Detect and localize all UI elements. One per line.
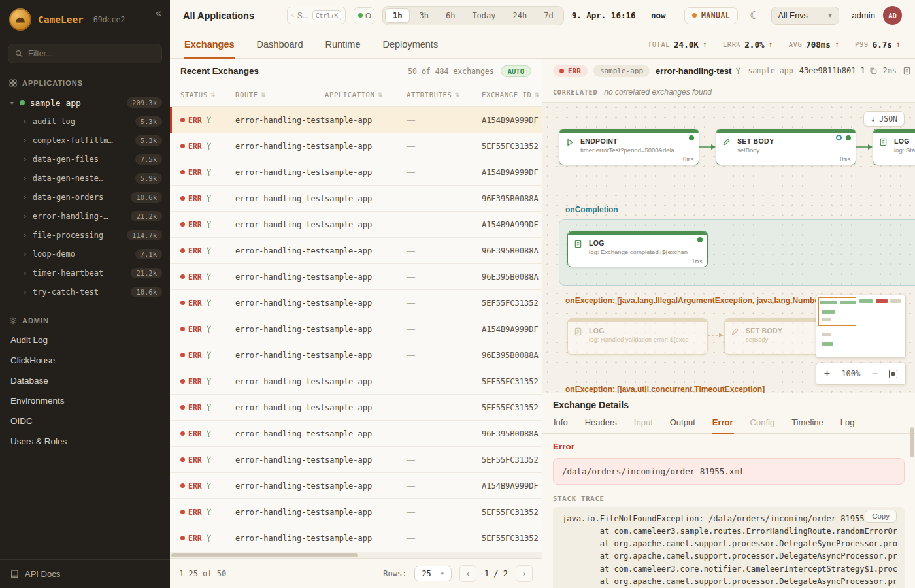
detail-tab[interactable]: Timeline (791, 415, 824, 434)
rows-per-page-select[interactable]: 25 ▾ (414, 566, 451, 581)
search-input[interactable]: S... Ctrl+K (287, 7, 346, 24)
table-row[interactable]: ERR error-handling-test sample-app — 5EF… (170, 395, 542, 421)
zoom-in-button[interactable]: + (824, 368, 830, 380)
live-toggle[interactable]: O (354, 7, 374, 24)
table-row[interactable]: ERR error-handling-test sample-app — 5EF… (170, 290, 542, 316)
table-row[interactable]: ERR error-handling-test sample-app — 96E… (170, 186, 542, 212)
time-range-button[interactable]: 3h (411, 8, 436, 23)
copy-button[interactable]: Copy (865, 510, 897, 523)
sidebar-route-item[interactable]: › data-gen-orders 10.6k (0, 188, 170, 206)
time-range-button[interactable]: Today (464, 8, 503, 23)
stat: ERR% 2.0% ↑ (723, 40, 773, 50)
chevron-down-icon[interactable]: ▾ (10, 99, 14, 107)
sidebar-route-item[interactable]: › loop-demo 7.1k (0, 244, 170, 263)
sidebar-route-item[interactable]: › complex-fulfillm… 5.3k (0, 131, 170, 150)
next-page-button[interactable]: › (516, 565, 533, 582)
main-tab[interactable]: Runtime (325, 31, 361, 59)
sidebar-route-item[interactable]: › data-gen-neste… 5.9k (0, 169, 170, 188)
table-row[interactable]: ERR error-handling-test sample-app — 96E… (170, 264, 542, 290)
time-range-button[interactable]: 7d (536, 8, 561, 23)
route-name-link[interactable]: error-handling-test (656, 66, 742, 76)
sidebar-route-item[interactable]: › data-gen-files 7.5k (0, 150, 170, 169)
search-icon (15, 50, 23, 57)
sidebar-admin-item[interactable]: Database (0, 370, 170, 391)
table-row[interactable]: ERR error-handling-test sample-app — A15… (170, 316, 542, 342)
table-row[interactable]: ERR error-handling-test sample-app — 5EF… (170, 447, 542, 473)
route-label: loop-demo (33, 250, 75, 259)
column-header[interactable]: EXCHANGE ID ⇅ (482, 91, 542, 99)
api-docs-link[interactable]: API Docs (0, 559, 170, 588)
auto-refresh-badge[interactable]: AUTO (501, 65, 531, 77)
sidebar-admin-item[interactable]: OIDC (0, 411, 170, 431)
table-row[interactable]: ERR error-handling-test sample-app — 5EF… (170, 368, 542, 395)
sidebar-filter-input[interactable]: Filter... (8, 44, 162, 63)
sidebar-route-item[interactable]: › file-processing 114.7k (0, 225, 170, 244)
main-tab[interactable]: Deployments (383, 31, 439, 59)
sidebar-item-sample-app[interactable]: ▾ sample app 209.3k (0, 93, 170, 112)
detail-tab[interactable]: Info (553, 415, 569, 434)
onexception-label-2[interactable]: onException: [java.util.concurrent.Timeo… (565, 385, 765, 393)
table-row[interactable]: ERR error-handling-test sample-app — A15… (170, 473, 542, 499)
sidebar-admin-item[interactable]: Users & Roles (0, 431, 170, 451)
table-row[interactable]: ERR error-handling-test sample-app — A15… (170, 107, 542, 133)
minimap[interactable] (816, 295, 906, 358)
oncompletion-label[interactable]: onCompletion (565, 205, 618, 214)
detail-tab[interactable]: Headers (584, 415, 618, 434)
table-row[interactable]: ERR error-handling-test sample-app — 5EF… (170, 499, 542, 525)
table-row[interactable]: ERR error-handling-test sample-app — A15… (170, 159, 542, 186)
column-header[interactable]: ATTRIBUTES ⇅ (407, 91, 482, 99)
table-row[interactable]: ERR error-handling-test sample-app — 5EF… (170, 133, 542, 159)
onexception-label-1[interactable]: onException: [java.lang.IllegalArgumentE… (565, 296, 842, 305)
table-row[interactable]: ERR error-handling-test sample-app — 96E… (170, 421, 542, 447)
column-header[interactable]: APPLICATION ⇅ (325, 91, 407, 99)
time-range-button[interactable]: 1h (385, 8, 410, 23)
detail-tab[interactable]: Config (750, 415, 776, 434)
table-row[interactable]: ERR error-handling-test sample-app — 96E… (170, 342, 542, 368)
avatar[interactable]: AD (883, 6, 902, 25)
sidebar-route-item[interactable]: › audit-log 5.3k (0, 112, 170, 131)
prev-page-button[interactable]: ‹ (459, 565, 476, 582)
main-tab[interactable]: Exchanges (184, 31, 235, 59)
copy-icon[interactable] (869, 67, 877, 74)
sidebar-route-item[interactable]: › try-catch-test 10.6k (0, 282, 170, 301)
detail-tab[interactable]: Error (712, 415, 734, 434)
column-header[interactable]: ROUTE ⇅ (235, 91, 325, 99)
table-row[interactable]: ERR error-handling-test sample-app — 5EF… (170, 525, 542, 551)
diagram-node-setbody[interactable]: SET BODYsetBody 0ms (716, 129, 856, 165)
document-icon[interactable] (903, 67, 911, 75)
fit-view-button[interactable] (889, 370, 897, 378)
main-tab[interactable]: Dashboard (257, 31, 303, 59)
download-json-button[interactable]: ↓ JSON (863, 111, 905, 127)
date-range[interactable]: 9. Apr. 16:16 — now (572, 10, 666, 20)
sidebar-admin-item[interactable]: Audit Log (0, 330, 170, 350)
table-row[interactable]: ERR error-handling-test sample-app — A15… (170, 212, 542, 238)
user-name: admin (852, 10, 875, 20)
diagram-node-completion-log[interactable]: LOGlog: Exchange completed [${exchan 1ms (567, 231, 708, 267)
dark-mode-toggle[interactable]: ☾ (746, 8, 763, 23)
table-row[interactable]: ERR error-handling-test sample-app — 96E… (170, 238, 542, 264)
sidebar-route-item[interactable]: › error-handling-… 21.2k (0, 206, 170, 225)
detail-tab[interactable]: Log (840, 415, 856, 434)
zoom-out-button[interactable]: − (872, 368, 878, 380)
sidebar-collapse-icon[interactable]: « (156, 7, 161, 19)
status-cell: ERR (180, 220, 235, 229)
detail-tab[interactable]: Output (669, 415, 696, 434)
diagram-node-endpoint[interactable]: ENDPOINTtimer:errorTest?period=5000&dela… (559, 129, 699, 165)
scrollbar-thumb[interactable] (171, 553, 358, 557)
environment-select[interactable]: All Envs ▾ (771, 7, 839, 25)
horizontal-scrollbar[interactable] (170, 552, 542, 558)
detail-tab[interactable]: Input (633, 415, 654, 434)
sidebar-admin-item[interactable]: Environments (0, 391, 170, 411)
attributes-cell: — (407, 141, 482, 151)
diagram-node-log[interactable]: LOGlog: Sta (873, 129, 915, 165)
applications-section-header: APPLICATIONS (0, 79, 170, 87)
column-header[interactable]: STATUS ⇅ (180, 91, 235, 99)
sidebar-admin-item[interactable]: ClickHouse (0, 350, 170, 370)
sidebar-route-item[interactable]: › timer-heartbeat 21.2k (0, 263, 170, 282)
route-diagram-canvas[interactable]: ↓ JSON ENDPOINTtimer:errorTest?period=50… (542, 102, 915, 393)
time-range-button[interactable]: 6h (438, 8, 463, 23)
vertical-scrollbar-thumb[interactable] (910, 427, 914, 457)
time-range-button[interactable]: 24h (505, 8, 535, 23)
manual-refresh-button[interactable]: MANUAL (684, 7, 738, 24)
diagram-node-exception-log[interactable]: LOGlog: Handled validation error: ${exce (567, 318, 708, 355)
